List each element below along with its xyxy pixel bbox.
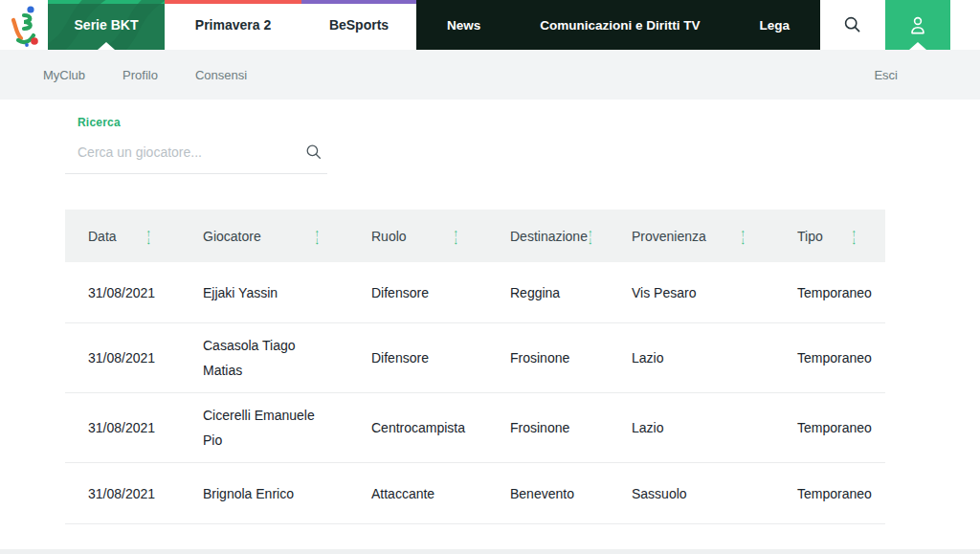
table-header-row: Data ↑ ↓ Giocatore ↑ ↓ Ruolo [65, 210, 885, 262]
cell-giocatore: Ejjaki Yassin [180, 280, 325, 305]
sort-desc-icon: ↓ [146, 236, 152, 244]
cell-giocatore: Cicerelli Emanuele Pio [180, 403, 325, 453]
cell-data: 31/08/2021 [65, 345, 180, 370]
bottom-edge-strip [0, 549, 980, 554]
top-navigation-bar: Serie BKT Primavera 2 BeSports News Comu… [0, 0, 980, 50]
transfers-table: Data ↑ ↓ Giocatore ↑ ↓ Ruolo [65, 210, 885, 554]
account-button[interactable] [885, 0, 950, 50]
search-field-magnifier-icon[interactable] [304, 143, 323, 162]
column-header-tipo: Tipo ↑ ↓ [774, 210, 885, 262]
column-header-destinazione: Destinazione ↑ ↓ [487, 210, 609, 262]
search-icon [842, 14, 863, 35]
cell-destinazione: Benevento [487, 481, 609, 506]
column-header-ruolo: Ruolo ↑ ↓ [348, 210, 487, 262]
subnav-item-consensi[interactable]: Consensi [195, 68, 247, 82]
user-icon [906, 13, 929, 36]
main-content: Ricerca Data ↑ ↓ [0, 100, 980, 554]
cell-provenienza: Lazio [609, 345, 774, 370]
cell-destinazione: Frosinone [487, 415, 609, 440]
player-search-field [65, 137, 327, 174]
column-header-data: Data ↑ ↓ [65, 210, 180, 262]
sort-desc-icon: ↓ [454, 236, 459, 244]
active-account-notch [909, 42, 926, 50]
cell-ruolo: Centrocampista [348, 415, 487, 440]
cell-destinazione: Reggina [487, 280, 609, 305]
tab-serie-bkt-label: Serie BKT [75, 17, 139, 33]
sort-control-ruolo[interactable]: ↑ ↓ [454, 229, 459, 244]
player-search-input[interactable] [65, 137, 327, 173]
subnav-item-profilo[interactable]: Profilo [122, 68, 158, 82]
sort-control-tipo[interactable]: ↑ ↓ [852, 229, 858, 244]
search-section-label: Ricerca [78, 116, 327, 129]
column-header-provenienza: Provenienza ↑ ↓ [609, 210, 774, 262]
tab-primavera-label: Primavera 2 [195, 17, 271, 33]
cell-tipo: Temporaneo [774, 415, 885, 440]
tab-besports[interactable]: BeSports [301, 0, 416, 50]
page: Serie BKT Primavera 2 BeSports News Comu… [0, 0, 980, 554]
cell-tipo: Temporaneo [774, 280, 885, 305]
subnav-item-myclub[interactable]: MyClub [43, 68, 85, 82]
table-row: 31/08/2021 Brignola Enrico Attaccante Be… [65, 463, 885, 524]
cell-data: 31/08/2021 [65, 280, 180, 305]
cell-ruolo: Difensore [348, 345, 487, 370]
cell-provenienza: Sassuolo [609, 481, 774, 506]
cell-giocatore: Casasola Tiago Matias [180, 333, 325, 383]
serie-b-logo-icon [5, 3, 43, 47]
player-search-section: Ricerca [65, 116, 327, 174]
secondary-nav: MyClub Profilo Consensi Esci [0, 50, 980, 100]
table-row: 31/08/2021 Cicerelli Emanuele Pio Centro… [65, 393, 885, 463]
cell-provenienza: Lazio [609, 415, 774, 440]
nav-item-lega[interactable]: Lega [759, 18, 790, 33]
tab-serie-bkt[interactable]: Serie BKT [48, 0, 165, 50]
logout-link[interactable]: Esci [874, 68, 898, 82]
header-search-button[interactable] [820, 0, 885, 50]
sort-desc-icon: ↓ [588, 236, 593, 244]
sort-control-destinazione[interactable]: ↑ ↓ [588, 229, 593, 244]
active-tab-notch [98, 42, 115, 50]
nav-item-comunicazioni[interactable]: Comunicazioni e Diritti TV [540, 18, 700, 33]
sort-desc-icon: ↓ [852, 236, 858, 244]
tab-besports-label: BeSports [329, 17, 389, 33]
cell-destinazione: Frosinone [487, 345, 609, 370]
tab-primavera-2[interactable]: Primavera 2 [165, 0, 301, 50]
topbar-spacer [950, 0, 980, 50]
column-header-giocatore: Giocatore ↑ ↓ [180, 210, 348, 262]
cell-provenienza: Vis Pesaro [609, 280, 774, 305]
cell-tipo: Temporaneo [774, 345, 885, 370]
cell-data: 31/08/2021 [65, 481, 180, 506]
main-nav: News Comunicazioni e Diritti TV Lega [416, 0, 820, 50]
sort-desc-icon: ↓ [741, 236, 746, 244]
sort-control-provenienza[interactable]: ↑ ↓ [741, 229, 746, 244]
cell-data: 31/08/2021 [65, 415, 180, 440]
nav-item-news[interactable]: News [447, 18, 480, 33]
sort-control-giocatore[interactable]: ↑ ↓ [315, 229, 321, 244]
sort-desc-icon: ↓ [315, 236, 321, 244]
tab-primavera-top-strip [165, 0, 301, 4]
cell-ruolo: Attaccante [348, 481, 487, 506]
cell-giocatore: Brignola Enrico [180, 481, 325, 506]
table-row: 31/08/2021 Ejjaki Yassin Difensore Reggi… [65, 262, 885, 323]
cell-tipo: Temporaneo [774, 481, 885, 506]
sort-control-data[interactable]: ↑ ↓ [146, 229, 152, 244]
league-logo[interactable] [0, 0, 48, 50]
table-row: 31/08/2021 Casasola Tiago Matias Difenso… [65, 323, 885, 393]
cell-ruolo: Difensore [348, 280, 487, 305]
tab-besports-top-strip [301, 0, 416, 4]
